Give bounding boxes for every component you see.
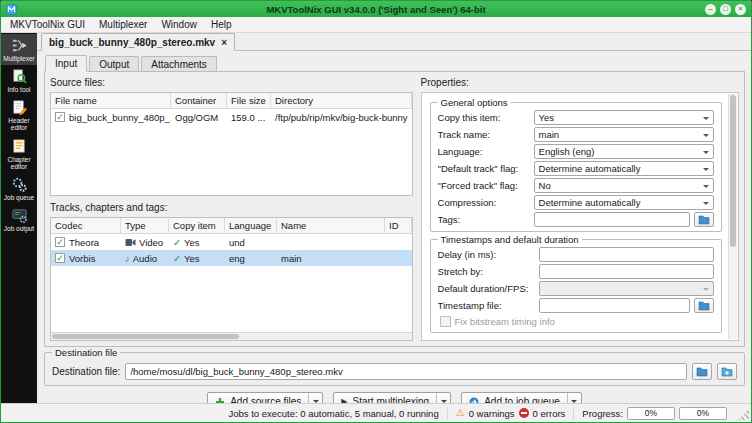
source-file-checkbox[interactable]: ✓ — [55, 112, 65, 122]
column-header-id[interactable]: ID — [385, 218, 412, 233]
browse-timestamp-file-button[interactable] — [694, 298, 714, 313]
audio-icon: ♪ — [125, 253, 130, 264]
document-tab[interactable]: big_buck_bunny_480p_stereo.mkv × — [41, 33, 235, 51]
menu-window[interactable]: Window — [154, 17, 204, 32]
timestamp-file-input[interactable] — [539, 298, 690, 313]
browse-destination-button[interactable] — [692, 363, 712, 380]
tracks-label: Tracks, chapters and tags: — [50, 202, 413, 215]
sidebar-item-info-tool[interactable]: Info tool — [1, 65, 37, 96]
track-name-label: Track name: — [438, 129, 530, 140]
default-track-flag-label: "Default track" flag: — [438, 163, 530, 174]
source-file-name: big_buck_bunny_480p_... — [69, 112, 171, 123]
compression-label: Compression: — [438, 197, 530, 208]
folder-plus-icon — [721, 367, 733, 377]
source-files-table: File name Container File size Directory … — [50, 92, 413, 196]
tab-input[interactable]: Input — [45, 55, 87, 72]
track-codec: Theora — [69, 237, 99, 248]
copy-this-item-select[interactable]: Yes — [534, 110, 714, 125]
default-duration-label: Default duration/FPS: — [438, 283, 535, 294]
track-checkbox[interactable]: ✓ — [55, 253, 65, 263]
current-job-progressbar: 0% — [627, 407, 675, 420]
destination-options-button[interactable] — [717, 363, 737, 380]
track-copy-item: Yes — [184, 237, 200, 248]
minimize-button[interactable]: – — [705, 4, 716, 15]
source-files-empty-area — [51, 125, 412, 195]
track-codec: Vorbis — [69, 253, 95, 264]
scrollbar-thumb[interactable] — [730, 95, 736, 247]
destination-file-label: Destination file: — [52, 366, 120, 377]
chapter-editor-icon — [11, 138, 28, 155]
compression-select[interactable]: Determine automatically — [534, 195, 714, 210]
destination-file-input[interactable] — [125, 363, 687, 380]
menu-mkvtoolnix-gui[interactable]: MKVToolNix GUI — [3, 17, 92, 32]
fix-bitstream-label: Fix bitstream timing info — [455, 316, 555, 327]
sidebar-item-header-editor[interactable]: Header editor — [1, 96, 37, 134]
source-file-size: 159.0 ... — [227, 112, 271, 123]
column-header-file-size[interactable]: File size — [227, 93, 271, 108]
progress-label: Progress: — [582, 408, 623, 419]
sidebar-item-job-output[interactable]: Job output — [1, 204, 37, 235]
general-options-title: General options — [438, 97, 511, 108]
fix-bitstream-checkbox-row: Fix bitstream timing info — [440, 316, 714, 327]
forced-track-flag-select[interactable]: No — [534, 178, 714, 193]
statusbar: Jobs to execute: 0 automatic, 5 manual, … — [1, 403, 751, 422]
source-files-header: File name Container File size Directory — [51, 93, 412, 109]
menu-multiplexer[interactable]: Multiplexer — [92, 17, 154, 32]
column-header-directory[interactable]: Directory — [271, 93, 412, 108]
resize-grip[interactable] — [738, 409, 749, 420]
menubar: MKVToolNix GUI Multiplexer Window Help — [1, 17, 751, 33]
default-track-flag-select[interactable]: Determine automatically — [534, 161, 714, 176]
scrollbar-thumb[interactable] — [52, 334, 239, 339]
copy-this-item-label: Copy this item: — [438, 112, 530, 123]
tab-attachments[interactable]: Attachments — [141, 56, 217, 71]
column-header-name[interactable]: Name — [277, 218, 385, 233]
fix-bitstream-checkbox — [440, 316, 451, 327]
track-type: Audio — [133, 253, 157, 264]
default-duration-combo — [539, 281, 714, 296]
properties-vertical-scrollbar[interactable] — [728, 94, 737, 339]
menu-help[interactable]: Help — [204, 17, 239, 32]
column-header-codec[interactable]: Codec — [51, 218, 121, 233]
close-button[interactable]: × — [735, 4, 746, 15]
browse-tags-button[interactable] — [694, 212, 714, 227]
column-header-container[interactable]: Container — [171, 93, 227, 108]
copy-check-icon: ✓ — [173, 253, 181, 264]
track-row-video[interactable]: ✓ Theora Video ✓ — [51, 234, 412, 250]
track-language: eng — [225, 253, 277, 264]
sidebar-item-chapter-editor[interactable]: Chapter editor — [1, 135, 37, 173]
sidebar-item-job-queue[interactable]: Job queue — [1, 173, 37, 204]
window-title: MKVToolNix GUI v34.0.0 ('Sight and Seen'… — [1, 4, 751, 15]
document-tab-label: big_buck_bunny_480p_stereo.mkv — [49, 37, 215, 48]
sidebar-item-multiplexer[interactable]: Multiplexer — [1, 34, 37, 65]
column-header-file-name[interactable]: File name — [51, 93, 171, 108]
stretch-by-input[interactable] — [539, 264, 714, 279]
track-name-combo[interactable]: main — [534, 127, 714, 142]
tags-input[interactable] — [534, 212, 690, 227]
timestamp-file-label: Timestamp file: — [438, 300, 535, 311]
total-progressbar: 0% — [679, 407, 727, 420]
tracks-horizontal-scrollbar[interactable] — [51, 332, 412, 340]
document-tabbar: big_buck_bunny_480p_stereo.mkv × — [37, 33, 751, 51]
column-header-language[interactable]: Language — [225, 218, 277, 233]
tracks-header: Codec Type Copy item Language Name ID — [51, 218, 412, 234]
maximize-button[interactable]: □ — [720, 4, 731, 15]
forced-track-flag-label: "Forced track" flag: — [438, 180, 530, 191]
track-name: main — [277, 253, 385, 264]
delay-input[interactable] — [539, 247, 714, 262]
track-row-audio[interactable]: ✓ Vorbis ♪ Audio ✓ Yes — [51, 250, 412, 266]
copy-check-icon: ✓ — [173, 237, 181, 248]
language-select[interactable]: English (eng) — [534, 144, 714, 159]
folder-icon — [696, 367, 708, 377]
column-header-type[interactable]: Type — [121, 218, 169, 233]
app-window: MKVToolNix GUI v34.0.0 ('Sight and Seen'… — [0, 0, 752, 423]
warning-icon: ⚠ — [456, 408, 465, 418]
tab-output[interactable]: Output — [89, 56, 139, 71]
column-header-copy-item[interactable]: Copy item — [169, 218, 225, 233]
source-file-row[interactable]: ✓ big_buck_bunny_480p_... Ogg/OGM 159.0 … — [51, 109, 412, 125]
job-output-icon — [11, 207, 28, 224]
tags-label: Tags: — [438, 214, 530, 225]
tab-close-icon[interactable]: × — [221, 37, 227, 48]
stretch-by-label: Stretch by: — [438, 266, 535, 277]
track-checkbox[interactable]: ✓ — [55, 237, 65, 247]
warnings-errors-status: ⚠ 0 warnings 0 errors — [447, 407, 574, 420]
